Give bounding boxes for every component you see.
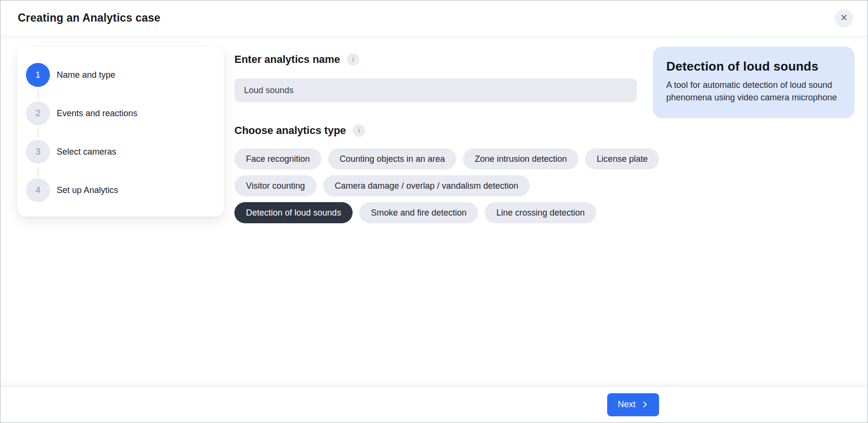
type-section-title: Choose analytics type: [234, 124, 346, 137]
next-button-label: Next: [618, 399, 636, 410]
info-panel-title: Detection of loud sounds: [666, 59, 841, 74]
analytics-type-chip[interactable]: Counting objects in an area: [328, 148, 456, 169]
analytics-type-chip[interactable]: Face recognition: [234, 148, 321, 169]
analytics-type-chip[interactable]: License plate: [585, 148, 659, 169]
step-label: Select cameras: [57, 147, 116, 157]
modal-body: 1 Name and type 2 Events and reactions 3…: [0, 36, 868, 386]
analytics-info-panel: Detection of loud sounds A tool for auto…: [653, 47, 855, 118]
analytics-name-input[interactable]: [234, 78, 637, 102]
next-button[interactable]: Next: [607, 393, 659, 416]
name-section-header: Enter analytics name i: [234, 53, 637, 66]
analytics-type-chip[interactable]: Smoke and fire detection: [359, 202, 478, 223]
stepper: 1 Name and type 2 Events and reactions 3…: [26, 63, 212, 202]
close-icon: ×: [841, 12, 848, 24]
step-number-badge: 3: [26, 140, 50, 164]
chevron-right-icon: [641, 401, 648, 408]
analytics-type-chips: Face recognition Counting objects in an …: [234, 148, 637, 223]
step-label: Events and reactions: [57, 109, 137, 119]
chip-row: Face recognition Counting objects in an …: [234, 148, 637, 169]
modal-header: Creating an Analytics case ×: [0, 0, 868, 36]
chip-row: Visitor counting Camera damage / overlap…: [234, 175, 637, 196]
stepper-step[interactable]: 1 Name and type: [26, 63, 212, 87]
stepper-step[interactable]: 2 Events and reactions: [26, 101, 212, 125]
step-label: Set up Analytics: [57, 185, 118, 195]
analytics-case-modal: Creating an Analytics case × 1 Name and …: [0, 0, 868, 423]
step-number-badge: 4: [26, 178, 50, 202]
step-number-badge: 2: [26, 101, 50, 125]
main-content: Enter analytics name i Choose analytics …: [234, 47, 637, 229]
modal-footer: Next: [0, 386, 868, 423]
analytics-type-chip[interactable]: Visitor counting: [234, 175, 317, 196]
close-button[interactable]: ×: [835, 9, 853, 27]
name-section-title: Enter analytics name: [234, 53, 340, 66]
analytics-type-chip[interactable]: Zone intrusion detection: [463, 148, 578, 169]
info-icon[interactable]: i: [353, 124, 365, 137]
analytics-type-chip[interactable]: Line crossing detection: [485, 202, 596, 223]
page-title: Creating an Analytics case: [18, 12, 160, 24]
chip-row: Detection of loud sounds Smoke and fire …: [234, 202, 637, 223]
stepper-card: 1 Name and type 2 Events and reactions 3…: [17, 47, 224, 217]
step-label: Name and type: [57, 70, 115, 80]
analytics-type-chip[interactable]: Detection of loud sounds: [234, 202, 353, 223]
info-icon[interactable]: i: [347, 53, 359, 66]
stepper-step[interactable]: 3 Select cameras: [26, 140, 212, 164]
stepper-step[interactable]: 4 Set up Analytics: [26, 178, 212, 202]
info-panel-description: A tool for automatic detection of loud s…: [666, 79, 841, 104]
type-section-header: Choose analytics type i: [234, 124, 637, 137]
step-number-badge: 1: [26, 63, 50, 87]
analytics-type-chip[interactable]: Camera damage / overlap / vandalism dete…: [323, 175, 530, 196]
